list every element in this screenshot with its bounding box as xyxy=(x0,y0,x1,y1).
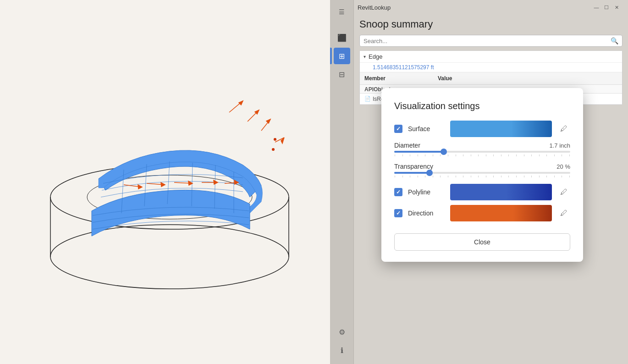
surface-checkbox[interactable] xyxy=(394,125,402,133)
svg-point-25 xyxy=(272,148,275,151)
surface-color-fill xyxy=(450,121,552,137)
chevron-icon[interactable]: ▾ xyxy=(364,54,366,59)
app-title: RevitLookup xyxy=(358,4,391,11)
polyline-eyedropper[interactable]: 🖊 xyxy=(557,186,570,199)
polyline-label: Polyline xyxy=(408,188,445,196)
transparency-slider-track[interactable] xyxy=(394,172,570,174)
edge-value: 1.51468351121575297 ft xyxy=(373,64,434,71)
sidebar-monitor-icon[interactable]: ⬛ xyxy=(334,29,350,46)
transparency-slider-thumb[interactable] xyxy=(426,170,433,176)
revit-lookup-panel: ☰ ⬛ ⊞ ⊟ ⚙ ℹ RevitLookup — ☐ ✕ xyxy=(330,0,628,364)
edge-label: Edge xyxy=(369,53,382,60)
transparency-value: 20 % xyxy=(556,163,570,170)
direction-label: Direction xyxy=(408,210,445,217)
direction-eyedropper[interactable]: 🖊 xyxy=(557,207,570,220)
surface-eyedropper[interactable]: 🖊 xyxy=(557,122,570,135)
svg-point-24 xyxy=(274,138,276,141)
diameter-label: Diameter xyxy=(394,142,420,149)
snoop-title: Snoop summary xyxy=(359,18,622,30)
sidebar-table-icon[interactable]: ⊞ xyxy=(334,48,350,64)
table-header: Member Value xyxy=(360,72,622,85)
transparency-row: Transparency 20 % xyxy=(394,163,570,177)
direction-row: Direction 🖊 xyxy=(394,205,570,221)
diameter-slider-fill xyxy=(394,151,444,153)
header-member: Member xyxy=(360,72,433,84)
modal-title: Visualization settings xyxy=(394,101,570,111)
surface-row: Surface 🖊 xyxy=(394,121,570,137)
search-bar[interactable]: 🔍 xyxy=(359,35,622,47)
sidebar-menu-icon[interactable]: ☰ xyxy=(334,4,350,20)
search-icon: 🔍 xyxy=(611,37,618,44)
sidebar-grid-icon[interactable]: ⊟ xyxy=(334,66,350,83)
surface-label: Surface xyxy=(408,125,445,132)
minimize-button[interactable]: — xyxy=(592,3,600,11)
polyline-color-fill xyxy=(450,184,552,200)
diameter-slider-thumb[interactable] xyxy=(441,149,447,155)
search-input[interactable] xyxy=(364,38,611,44)
diameter-slider-track[interactable] xyxy=(394,151,570,153)
polyline-color-bar[interactable] xyxy=(450,184,552,200)
direction-checkbox[interactable] xyxy=(394,209,402,217)
diameter-value: 1.7 inch xyxy=(549,142,570,149)
sidebar-settings-icon[interactable]: ⚙ xyxy=(334,324,350,340)
svg-rect-0 xyxy=(0,0,330,364)
sidebar: ☰ ⬛ ⊞ ⊟ ⚙ ℹ xyxy=(330,0,354,364)
close-button[interactable]: ✕ xyxy=(612,3,621,11)
transparency-label: Transparency xyxy=(394,163,433,170)
transparency-ticks xyxy=(394,176,570,177)
polyline-row: Polyline 🖊 xyxy=(394,184,570,200)
direction-color-fill xyxy=(450,205,552,221)
doc-icon: 📄 xyxy=(364,96,371,102)
maximize-button[interactable]: ☐ xyxy=(602,3,611,11)
canvas-area xyxy=(0,0,330,364)
direction-color-bar[interactable] xyxy=(450,205,552,221)
header-value: Value xyxy=(433,72,622,84)
visualization-modal: Visualization settings Surface 🖊 Diamete… xyxy=(381,88,583,262)
title-bar: RevitLookup — ☐ ✕ xyxy=(354,0,628,15)
tree-node-edge[interactable]: ▾ Edge xyxy=(360,51,622,63)
surface-color-bar[interactable] xyxy=(450,121,552,137)
diameter-row: Diameter 1.7 inch xyxy=(394,142,570,156)
close-button[interactable]: Close xyxy=(394,233,570,251)
transparency-slider-fill xyxy=(394,172,430,174)
polyline-checkbox[interactable] xyxy=(394,188,402,196)
edge-value-row: 1.51468351121575297 ft xyxy=(360,63,622,72)
sidebar-info-icon[interactable]: ℹ xyxy=(334,342,350,358)
diameter-ticks xyxy=(394,154,570,156)
